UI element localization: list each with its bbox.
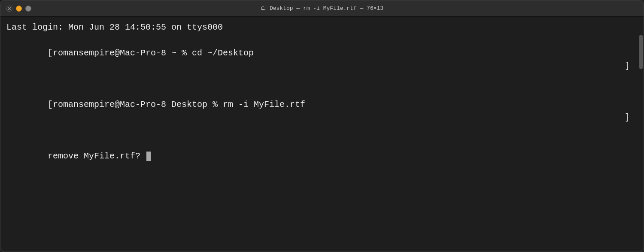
maximize-button[interactable] xyxy=(25,6,31,12)
terminal-line-4: remove MyFile.rtf? xyxy=(6,137,638,176)
close-button[interactable] xyxy=(6,6,12,12)
scrollbar[interactable] xyxy=(638,33,644,252)
terminal-cursor xyxy=(146,152,151,161)
scrollbar-track[interactable] xyxy=(638,33,644,252)
terminal-window: 🗂 Desktop — rm -i MyFile.rtf — 76×13 Las… xyxy=(0,0,644,252)
traffic-lights xyxy=(6,6,31,12)
folder-icon: 🗂 xyxy=(261,5,267,12)
scrollbar-thumb[interactable] xyxy=(639,35,643,69)
window-title: Desktop — rm -i MyFile.rtf — 76×13 xyxy=(270,5,383,12)
terminal-line-1: Last login: Mon Jun 28 14:50:55 on ttys0… xyxy=(6,21,638,34)
bracket-right-2: ] xyxy=(625,111,630,124)
terminal-line-2: [romansempire@Mac-Pro-8 ~ % cd ~/Desktop… xyxy=(6,34,638,85)
window-title-area: 🗂 Desktop — rm -i MyFile.rtf — 76×13 xyxy=(261,5,383,12)
titlebar: 🗂 Desktop — rm -i MyFile.rtf — 76×13 xyxy=(0,0,644,17)
minimize-button[interactable] xyxy=(16,6,22,12)
bracket-right-1: ] xyxy=(625,60,630,73)
terminal-body[interactable]: Last login: Mon Jun 28 14:50:55 on ttys0… xyxy=(0,17,644,180)
terminal-line-3: [romansempire@Mac-Pro-8 Desktop % rm -i … xyxy=(6,85,638,137)
